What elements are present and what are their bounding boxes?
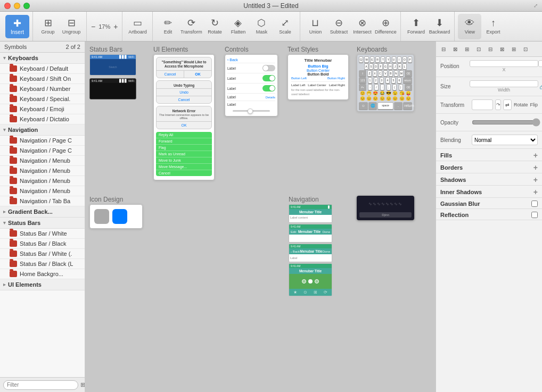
cancel-btn2[interactable]: Cancel [157,96,211,103]
nav-phone-4: 9:41 AM Menubar Title ★ [289,263,332,296]
artboard-button[interactable]: ▭ Artboard [126,14,149,39]
panel-blending-section: Blending Normal [436,131,542,149]
ios-slider[interactable] [233,110,270,112]
difference-button[interactable]: ⊕ Difference [374,14,397,39]
key-colon: : [380,84,384,90]
ungroup-button[interactable]: ⊟ Ungroup [60,14,83,39]
detail-label: Details [266,96,275,99]
group-button[interactable]: ⊞ Group [36,14,60,39]
sidebar-item-nav-menu3[interactable]: Navigation / Menub [0,176,85,186]
sidebar-item-keyboard-special[interactable]: Keyboard / Special. [0,94,85,104]
reflection-checkbox[interactable] [531,212,538,218]
rotation-input[interactable] [472,99,493,110]
sidebar-item-nav-page1[interactable]: Navigation / Page C [0,136,85,146]
add-border-button[interactable]: + [533,164,538,171]
ok-btn1[interactable]: OK [184,71,211,78]
item-label: Navigation / Tab Ba [20,198,70,204]
link-size-icon[interactable]: 🔗 [539,84,542,89]
mark-unread-btn[interactable]: Mark as Unread [156,151,212,157]
toggle-2[interactable] [262,75,275,81]
sidebar-item-keyboard-dictation[interactable]: Keyboard / Dictatio [0,114,85,124]
forward-btn[interactable]: Forward [156,138,212,145]
minimize-button[interactable] [14,3,20,9]
close-button[interactable] [4,3,11,9]
rotate-flip-btn[interactable]: ↷ [495,99,501,110]
opacity-slider[interactable] [472,120,540,125]
x-input[interactable] [470,60,538,67]
ok-btn3[interactable]: OK [157,122,211,129]
zoom-plus-button[interactable]: + [112,22,119,31]
y-input[interactable] [538,60,542,67]
insert-button[interactable]: ✚ Insert [5,15,29,38]
add-inner-shadow-button[interactable]: + [533,188,538,196]
intersect-button[interactable]: ⊗ Intersect [350,14,374,39]
panel-align-center-h[interactable]: ⊠ [450,44,461,54]
move-junk-btn[interactable]: Move to Junk [156,157,212,164]
reply-all-btn[interactable]: Reply All [156,132,212,138]
emoji-tongue: 😛 [406,91,411,96]
sidebar-item-home-bg[interactable]: Home Backgro... [0,269,85,279]
sidebar-item-nav-menu2[interactable]: Navigation / Menub [0,166,85,176]
group-header-statusbars[interactable]: ▾ Status Bars [0,218,85,229]
sidebar-item-keyboard-emoji[interactable]: Keyboard / Emoji [0,104,85,114]
key-5: 5 [391,77,396,84]
sidebar-item-keyboard-shift[interactable]: Keyboard / Shift On [0,74,85,84]
toggle-3[interactable] [262,85,275,91]
add-fill-button[interactable]: + [533,152,538,159]
resize-icon[interactable]: ⤢ [533,3,538,9]
sidebar-item-statusbar-black2[interactable]: Status Bar / Black (L [0,259,85,269]
maximize-button[interactable] [23,3,30,9]
width-input[interactable] [470,80,538,87]
sidebar-item-statusbar-white2[interactable]: Status Bar / White (. [0,249,85,259]
blending-select[interactable]: Normal [472,135,538,145]
group-header-keyboards[interactable]: ▾ Keyboards [0,53,85,64]
scale-button[interactable]: ⤢ Scale [273,14,297,39]
export-button[interactable]: ↑ Export [481,14,505,39]
panel-align-center-v[interactable]: ⊟ [485,44,496,54]
edit-label: Edit [164,29,173,35]
group-header-navigation[interactable]: ▾ Navigation [0,124,85,136]
edit-button[interactable]: ✏ Edit [156,14,179,39]
move-message-btn[interactable]: Move Message... [156,164,212,170]
mask-button[interactable]: ⬡ Mask [250,14,273,39]
panel-align-bottom[interactable]: ⊠ [497,44,507,54]
group-header-gradient[interactable]: ▸ Gradient Back... [0,206,85,218]
panel-align-left[interactable]: ⊟ [438,44,449,54]
sidebar-item-keyboard-default[interactable]: Keyboard / Default [0,64,85,74]
flatten-button[interactable]: ◈ Flatten [226,14,250,39]
undo-btn[interactable]: Undo [157,89,211,96]
panel-align-top[interactable]: ⊡ [473,44,484,54]
transform-button[interactable]: ⟳ Transform [179,14,203,39]
cancel-btn1[interactable]: Cancel [157,71,184,78]
subtract-button[interactable]: ⊖ Subtract [327,14,350,39]
forward-button[interactable]: ⬆ Forward [404,14,428,39]
sidebar-item-nav-tab[interactable]: Navigation / Tab Ba [0,196,85,206]
panel-align-right[interactable]: ⊞ [462,44,472,54]
cancel-btn3[interactable]: Cancel [156,170,212,176]
panel-distribute-v[interactable]: ⊡ [520,44,531,54]
group-header-ui-elements[interactable]: ▸ UI Elements [0,279,85,290]
sidebar-item-statusbar-white[interactable]: Status Bar / White [0,229,85,239]
sidebar-item-nav-page2[interactable]: Navigation / Page C [0,146,85,156]
zoom-minus-button[interactable]: − [90,22,96,31]
union-button[interactable]: ⊔ Union [303,14,327,39]
label3: Label [227,87,236,90]
backward-button[interactable]: ⬇ Backward [428,14,451,39]
add-shadow-button[interactable]: + [533,176,538,184]
gaussian-blur-checkbox[interactable] [531,201,538,207]
canvas-area[interactable]: Status Bars 9:41 AM ▊▊▊ WiFi Sketch [85,41,436,392]
view-button[interactable]: 👁 View [458,14,481,39]
sidebar-item-nav-menu4[interactable]: Navigation / Menub [0,186,85,196]
sidebar-item-nav-menu1[interactable]: Navigation / Menub [0,156,85,166]
nav-time3: 9:41 AM [291,245,300,248]
flip-btn[interactable]: ⇄ [503,99,512,110]
add-artboard-button[interactable]: ⊞ [80,380,85,390]
sidebar-item-keyboard-number[interactable]: Keyboard / Number [0,84,85,94]
panel-distribute-h[interactable]: ⊞ [508,44,519,54]
sidebar-item-statusbar-black[interactable]: Status Bar / Black [0,239,85,249]
search-input[interactable] [3,380,78,390]
emoji-kiss: 😘 [399,91,405,96]
flag-btn[interactable]: Flag [156,145,212,151]
rotate-button[interactable]: ↻ Rotate [203,14,226,39]
toggle-1[interactable] [262,65,275,71]
